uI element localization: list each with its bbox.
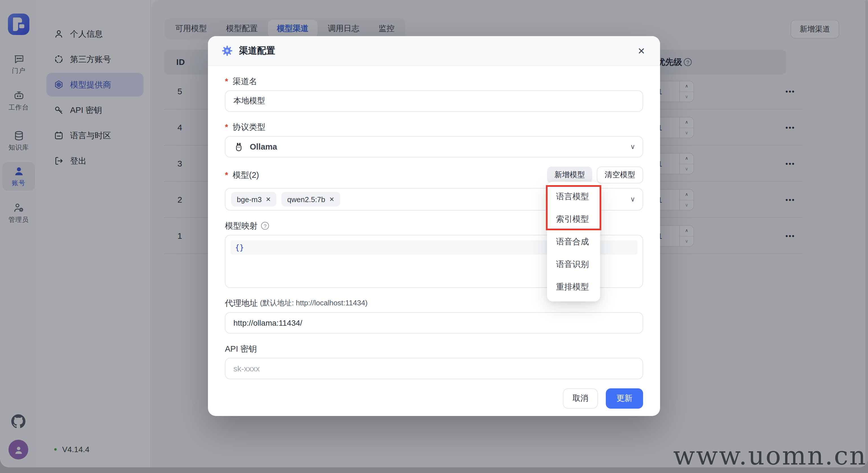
close-icon[interactable]: ✕ [636,46,647,56]
remove-tag-icon[interactable]: ✕ [329,196,334,203]
mapping-label: 模型映射 [225,221,258,231]
model-tag: qwen2.5:7b ✕ [282,192,340,207]
modal-footer: 取消 更新 [225,388,643,409]
api-key-input[interactable] [225,358,643,379]
models-label: 模型(2) [225,169,259,181]
menu-item-stt[interactable]: 语音识别 [547,253,600,275]
model-tag-label: bge-m3 [237,195,261,203]
channel-name-label: 渠道名 [225,76,643,87]
menu-item-tts[interactable]: 语音合成 [547,230,600,253]
cancel-button[interactable]: 取消 [563,388,598,409]
api-key-label: API 密钥 [225,343,643,354]
channel-name-input[interactable] [225,90,643,112]
protocol-value: Ollama [250,142,277,151]
models-buttons: 新增模型 清空模型 [547,167,643,183]
menu-item-language-model[interactable]: 语言模型 [547,185,600,208]
menu-item-rerank-model[interactable]: 重排模型 [547,275,600,298]
ollama-llama-icon [234,141,244,152]
modal-title: 渠道配置 [239,45,275,57]
add-model-button[interactable]: 新增模型 [547,167,592,183]
chevron-down-icon: ∨ [630,143,635,151]
proxy-hint: (默认地址: http://localhost:11434) [260,298,368,308]
gear-icon [221,45,233,57]
modal-header: 渠道配置 ✕ [208,36,660,66]
model-tag: bge-m3 ✕ [231,192,277,207]
protocol-label: 协议类型 [225,121,643,133]
watermark: www.uomn.cn [673,441,867,471]
confirm-update-button[interactable]: 更新 [606,388,643,409]
proxy-label: 代理地址 [225,298,258,308]
menu-item-index-model[interactable]: 索引模型 [547,208,600,230]
app-root: 门户 工作台 知识库 账号 [0,0,868,473]
protocol-select[interactable]: Ollama ∨ [225,136,643,158]
models-row: 模型(2) 新增模型 清空模型 [225,167,643,183]
proxy-address-input[interactable] [225,312,643,334]
help-icon[interactable]: ? [261,222,269,230]
model-tag-label: qwen2.5:7b [287,195,325,203]
chevron-down-icon: ∨ [630,195,635,203]
remove-tag-icon[interactable]: ✕ [266,196,271,203]
model-type-dropdown: 语言模型 索引模型 语音合成 语音识别 重排模型 [547,182,600,301]
clear-models-button[interactable]: 清空模型 [597,167,643,183]
